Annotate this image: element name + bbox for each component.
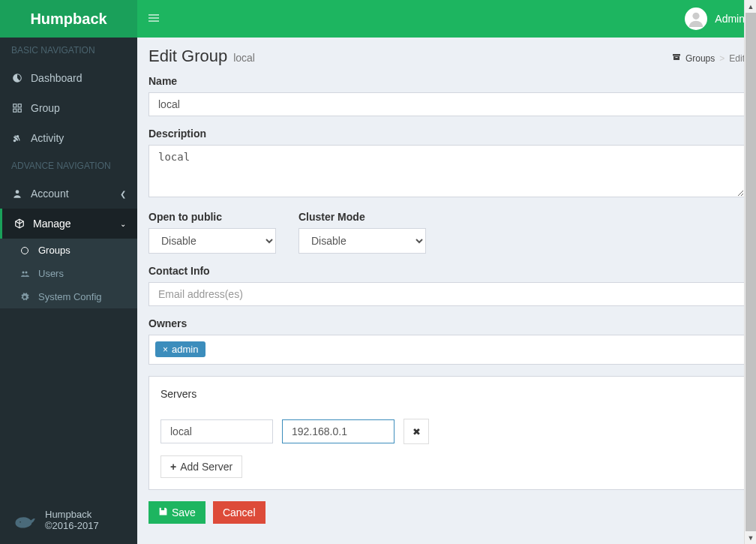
sidebar-footer: Humpback ©2016-2017 xyxy=(0,495,137,544)
sidebar-label-dashboard: Dashboard xyxy=(31,72,82,84)
owners-box[interactable]: × admin xyxy=(148,335,745,365)
owner-tag: × admin xyxy=(155,341,206,357)
group-icon xyxy=(11,103,23,113)
users-icon xyxy=(19,269,31,278)
description-label: Description xyxy=(148,128,745,140)
content-header: Edit Group local Groups > Edit xyxy=(137,38,756,75)
save-button[interactable]: Save xyxy=(148,501,206,524)
scroll-up-icon[interactable]: ▲ xyxy=(745,0,756,13)
close-icon: ✖ xyxy=(412,426,421,437)
svg-rect-10 xyxy=(148,14,159,15)
svg-rect-16 xyxy=(675,57,677,58)
sidebar-item-dashboard[interactable]: Dashboard xyxy=(0,63,137,93)
breadcrumb: Groups > Edit xyxy=(672,53,745,64)
sub-label-users: Users xyxy=(38,268,64,279)
svg-rect-12 xyxy=(148,20,159,21)
cancel-button[interactable]: Cancel xyxy=(213,501,266,524)
circle-icon xyxy=(19,246,31,255)
scroll-thumb[interactable] xyxy=(746,13,756,531)
sidebar-item-account[interactable]: Account ❮ xyxy=(0,179,137,209)
svg-point-13 xyxy=(693,13,700,20)
activity-icon xyxy=(11,133,23,143)
chevron-left-icon: ❮ xyxy=(120,190,126,198)
add-server-label: Add Server xyxy=(180,461,232,473)
svg-point-7 xyxy=(22,271,25,273)
sidebar-item-manage[interactable]: Manage ⌄ xyxy=(0,209,137,239)
whale-icon xyxy=(11,506,38,533)
svg-rect-11 xyxy=(148,17,159,18)
footer-name: Humpback xyxy=(45,509,99,520)
nav-header-basic: BASIC NAVIGATION xyxy=(0,38,137,63)
owner-tag-label: admin xyxy=(172,344,198,355)
name-input[interactable] xyxy=(148,92,745,116)
remove-owner-icon[interactable]: × xyxy=(163,344,168,355)
sidebar: Humpback BASIC NAVIGATION Dashboard Grou… xyxy=(0,0,137,544)
main-area: Admin Edit Group local Groups > Edit Nam… xyxy=(137,0,756,544)
sidebar-item-group[interactable]: Group xyxy=(0,93,137,123)
contact-info-input[interactable] xyxy=(148,282,745,306)
cluster-mode-select[interactable]: Disable xyxy=(298,228,426,254)
plus-icon: + xyxy=(170,461,176,473)
owners-label: Owners xyxy=(148,317,745,329)
save-label: Save xyxy=(172,506,196,518)
sidebar-sub-system-config[interactable]: System Config xyxy=(0,285,137,308)
sidebar-label-account: Account xyxy=(31,188,69,200)
cube-icon xyxy=(14,218,26,229)
user-name: Admin xyxy=(715,13,745,25)
archive-icon xyxy=(672,53,681,64)
svg-rect-3 xyxy=(18,109,21,112)
remove-server-button[interactable]: ✖ xyxy=(404,419,429,444)
page-title: Edit Group xyxy=(148,47,227,66)
add-server-button[interactable]: + Add Server xyxy=(160,455,242,478)
sidebar-label-manage: Manage xyxy=(33,218,71,230)
server-ip-input[interactable] xyxy=(282,419,394,443)
server-row: ✖ xyxy=(160,419,733,444)
svg-point-5 xyxy=(16,190,20,194)
manage-submenu: Groups Users System Config xyxy=(0,239,137,308)
hamburger-icon[interactable] xyxy=(148,13,159,26)
sidebar-item-activity[interactable]: Activity xyxy=(0,123,137,153)
svg-rect-1 xyxy=(18,104,21,107)
cluster-mode-label: Cluster Mode xyxy=(298,211,426,223)
footer-copy: ©2016-2017 xyxy=(45,520,99,531)
svg-point-4 xyxy=(14,140,16,143)
user-menu[interactable]: Admin xyxy=(685,8,745,30)
breadcrumb-groups[interactable]: Groups xyxy=(686,53,715,64)
svg-point-6 xyxy=(22,247,28,254)
scroll-down-icon[interactable]: ▼ xyxy=(745,531,756,544)
servers-panel: Servers ✖ + Add Server xyxy=(148,376,745,490)
sidebar-sub-groups[interactable]: Groups xyxy=(0,239,137,262)
dashboard-icon xyxy=(11,73,23,83)
cancel-label: Cancel xyxy=(223,506,256,518)
svg-point-9 xyxy=(20,521,21,523)
svg-rect-0 xyxy=(14,104,16,107)
svg-rect-15 xyxy=(674,56,680,60)
sidebar-label-activity: Activity xyxy=(31,132,64,144)
breadcrumb-sep: > xyxy=(719,53,724,64)
description-input[interactable] xyxy=(148,145,745,197)
avatar xyxy=(685,8,707,30)
name-label: Name xyxy=(148,75,745,87)
contact-info-label: Contact Info xyxy=(148,265,745,277)
sub-label-system-config: System Config xyxy=(38,291,102,302)
chevron-down-icon: ⌄ xyxy=(120,220,126,228)
gear-icon xyxy=(19,293,31,302)
open-to-public-label: Open to public xyxy=(148,211,276,223)
svg-point-8 xyxy=(26,271,28,273)
brand-logo[interactable]: Humpback xyxy=(0,0,137,38)
breadcrumb-edit: Edit xyxy=(729,53,745,64)
sub-label-groups: Groups xyxy=(38,245,70,256)
svg-rect-14 xyxy=(673,54,680,56)
servers-label: Servers xyxy=(160,388,733,400)
server-name-input[interactable] xyxy=(160,419,273,443)
nav-header-advance: ADVANCE NAVIGATION xyxy=(0,153,137,179)
page-subtitle: local xyxy=(233,52,255,64)
scrollbar[interactable]: ▲ ▼ xyxy=(744,0,756,544)
save-icon xyxy=(158,506,168,518)
sidebar-sub-users[interactable]: Users xyxy=(0,262,137,285)
sidebar-label-group: Group xyxy=(31,102,60,114)
topbar: Admin xyxy=(137,0,756,38)
open-to-public-select[interactable]: Disable xyxy=(148,228,276,254)
user-icon xyxy=(11,188,23,199)
svg-rect-2 xyxy=(14,109,16,112)
